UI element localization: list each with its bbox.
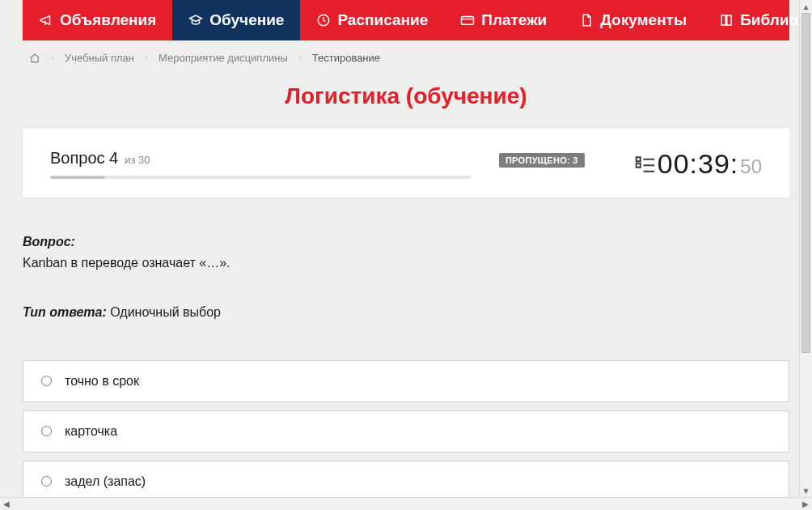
question-text: Kanban в переводе означает «…». [23,256,230,270]
nav-payments[interactable]: Платежи [444,0,563,40]
timer-seconds: 50 [740,155,762,178]
breadcrumb: Учебный план Мероприятие дисциплины Тест… [0,40,812,72]
option-radio[interactable] [41,426,52,436]
progress-bar [50,176,471,179]
option-label: задел (запас) [65,474,146,489]
breadcrumb-current: Тестирование [312,52,380,64]
breadcrumb-link[interactable]: Мероприятие дисциплины [159,52,288,64]
question-number: Вопрос 4 [50,149,118,168]
timer-main: 00:39: [658,148,739,180]
question-label: Вопрос: [23,235,75,249]
nav-schedule[interactable]: Расписание [300,0,444,40]
breadcrumb-link[interactable]: Учебный план [65,52,134,64]
question-header-card: Вопрос 4 из 30 ПРОПУЩЕНО: 3 00:39:50 [23,129,789,198]
nav-label: Расписание [337,11,428,29]
doc-icon [579,13,594,28]
graduation-icon [188,13,203,28]
clock-icon [316,13,331,28]
chevron-right-icon [49,54,57,62]
horizontal-scrollbar[interactable]: ◀ ▶ [0,497,812,510]
top-nav: Объявления Обучение Расписание Платежи Д… [23,0,789,40]
nav-label: Платежи [481,11,547,29]
options-list: точно в срок карточка задел (запас) [23,360,789,497]
svg-rect-2 [636,157,641,161]
scroll-left-arrow[interactable]: ◀ [0,498,13,511]
option-label: карточка [65,424,117,439]
scroll-up-arrow[interactable]: ▲ [800,0,813,13]
page-title: Логистика (обучение) [0,83,812,109]
option-label: точно в срок [65,374,139,389]
question-list-icon[interactable] [633,152,658,176]
card-icon [460,13,475,28]
answer-type-label: Тип ответа: [23,305,107,319]
option-radio[interactable] [41,376,52,386]
chevron-right-icon [296,54,304,62]
nav-label: Объявления [60,11,156,29]
scroll-right-arrow[interactable]: ▶ [799,498,812,511]
scroll-down-arrow[interactable]: ▼ [800,484,813,497]
megaphone-icon [39,13,53,28]
option-item[interactable]: карточка [23,410,789,453]
option-item[interactable]: точно в срок [23,360,789,402]
progress-fill [50,176,105,179]
vertical-scrollbar[interactable]: ▲ ▼ [799,0,812,497]
nav-library[interactable]: Библиотека [703,0,812,40]
svg-rect-1 [462,17,474,25]
book-icon [719,13,734,28]
timer: 00:39:50 [658,148,762,180]
nav-education[interactable]: Обучение [172,0,300,40]
nav-announcements[interactable]: Объявления [23,0,172,40]
option-radio[interactable] [41,476,52,487]
scrollbar-thumb[interactable] [801,13,810,353]
question-body: Вопрос: Kanban в переводе означает «…». … [23,232,789,323]
option-item[interactable]: задел (запас) [23,461,789,497]
breadcrumb-home[interactable] [29,53,40,64]
nav-label: Документы [600,11,687,29]
answer-type-value: Одиночный выбор [110,305,221,319]
skipped-badge: ПРОПУЩЕНО: 3 [499,153,585,168]
svg-rect-3 [636,163,641,167]
question-total: из 30 [125,154,150,166]
chevron-right-icon [142,54,150,62]
nav-label: Обучение [209,11,284,29]
nav-documents[interactable]: Документы [563,0,703,40]
